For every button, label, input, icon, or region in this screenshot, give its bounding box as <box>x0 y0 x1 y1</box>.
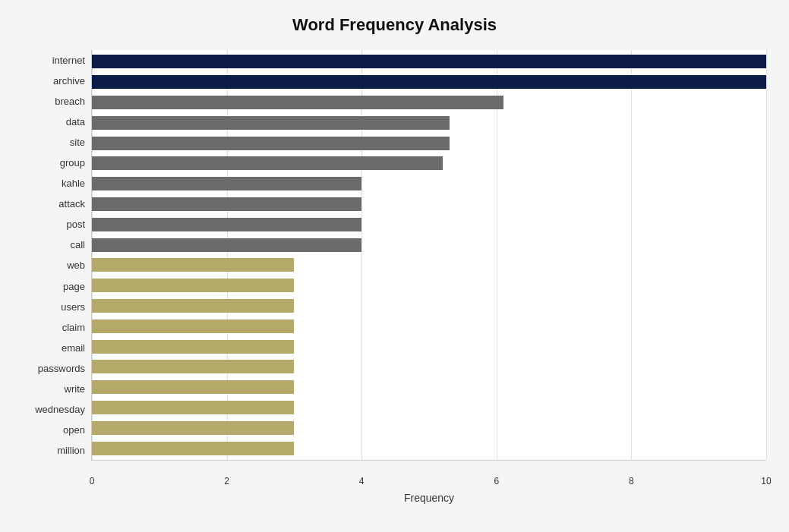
bar-row-call <box>92 237 766 253</box>
y-label-call: call <box>70 237 85 253</box>
bar-row-data <box>92 115 766 131</box>
plot-area: 0246810 Frequency <box>91 50 766 461</box>
y-label-users: users <box>61 298 85 315</box>
bar-row-million <box>92 440 766 457</box>
bar-archive <box>92 75 766 89</box>
bar-row-kahle <box>92 175 766 192</box>
x-tick-6: 6 <box>494 476 499 486</box>
y-label-attack: attack <box>58 196 85 212</box>
chart-container: Word Frequency Analysis internetarchiveb… <box>0 0 789 532</box>
y-label-web: web <box>67 257 85 274</box>
bar-row-attack <box>92 196 766 212</box>
bar-open <box>92 421 294 435</box>
bar-row-users <box>92 297 766 314</box>
bar-page <box>92 279 294 292</box>
bar-post <box>92 218 361 231</box>
bar-row-post <box>92 216 766 233</box>
bar-passwords <box>92 360 294 373</box>
x-tick-2: 2 <box>224 476 229 486</box>
y-label-open: open <box>63 421 85 438</box>
chart-title: Word Frequency Analysis <box>23 15 766 35</box>
bar-site <box>92 137 450 150</box>
y-label-archive: archive <box>53 73 85 90</box>
bar-users <box>92 299 294 313</box>
y-label-post: post <box>66 216 85 233</box>
bar-row-open <box>92 420 766 436</box>
bar-row-archive <box>92 74 766 90</box>
x-tick-8: 8 <box>629 476 634 486</box>
bar-row-site <box>92 135 766 152</box>
y-label-wednesday: wednesday <box>35 401 85 417</box>
y-label-email: email <box>62 339 85 356</box>
y-label-passwords: passwords <box>38 360 85 376</box>
grid-line-10 <box>766 50 767 460</box>
y-label-site: site <box>70 134 85 151</box>
y-label-page: page <box>63 278 85 294</box>
chart-area: internetarchivebreachdatasitegroupkahlea… <box>23 50 766 461</box>
y-label-internet: internet <box>52 52 85 69</box>
bar-row-breach <box>92 94 766 111</box>
bar-row-wednesday <box>92 399 766 416</box>
y-label-write: write <box>65 380 85 397</box>
bar-row-page <box>92 277 766 294</box>
x-axis-label: Frequency <box>404 492 454 504</box>
bar-internet <box>92 55 766 68</box>
bar-row-web <box>92 257 766 273</box>
bar-claim <box>92 320 294 333</box>
bar-row-write <box>92 379 766 395</box>
bar-row-claim <box>92 318 766 335</box>
x-tick-10: 10 <box>761 476 771 486</box>
bar-row-email <box>92 338 766 355</box>
y-label-group: group <box>60 155 85 172</box>
bar-email <box>92 340 294 354</box>
bar-breach <box>92 96 503 109</box>
bar-write <box>92 380 294 394</box>
bar-attack <box>92 197 361 211</box>
bar-row-internet <box>92 53 766 70</box>
bar-row-passwords <box>92 358 766 375</box>
x-tick-0: 0 <box>90 476 95 486</box>
y-label-claim: claim <box>62 319 85 335</box>
bar-web <box>92 258 294 272</box>
bar-row-group <box>92 155 766 172</box>
y-label-kahle: kahle <box>62 175 85 192</box>
bar-kahle <box>92 177 361 190</box>
bar-wednesday <box>92 401 294 414</box>
bar-data <box>92 116 450 130</box>
bar-million <box>92 442 294 455</box>
bar-group <box>92 156 443 170</box>
x-tick-4: 4 <box>359 476 365 486</box>
bar-call <box>92 238 361 252</box>
y-label-data: data <box>66 114 85 131</box>
y-label-breach: breach <box>55 93 85 110</box>
y-label-million: million <box>57 442 85 458</box>
y-axis: internetarchivebreachdatasitegroupkahlea… <box>23 50 91 461</box>
